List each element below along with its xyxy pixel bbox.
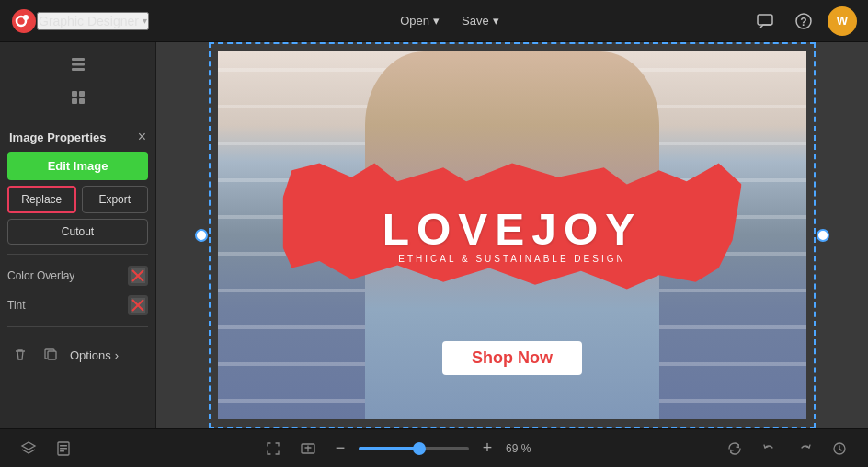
panel-divider-2 [7, 326, 148, 327]
fit-screen-button[interactable] [259, 435, 287, 462]
handle-middle-left[interactable] [195, 229, 208, 242]
canvas-area[interactable]: LOVEJOY ETHICAL & SUSTAINABLE DESIGN Sho… [156, 42, 868, 428]
sync-button[interactable] [721, 435, 748, 462]
zoom-slider[interactable] [359, 447, 469, 450]
shop-now-area[interactable]: Shop Now [442, 341, 582, 375]
panel-title: Image Properties [9, 131, 107, 144]
panel-close-button[interactable]: × [138, 130, 146, 144]
app-title-chevron: ▾ [143, 16, 147, 26]
help-button[interactable]: ? [789, 6, 818, 36]
topbar: Graphic Designer ▾ Open ▾ Save ▾ ? W [0, 0, 868, 42]
bottom-right-actions [721, 435, 853, 462]
svg-rect-8 [72, 68, 85, 71]
app-title-button[interactable]: Graphic Designer ▾ [37, 12, 149, 30]
bottom-center-zoom: − + 69 % [86, 435, 712, 462]
replace-button[interactable]: Replace [7, 186, 76, 213]
duplicate-button[interactable] [39, 342, 64, 368]
svg-rect-10 [79, 91, 85, 97]
replace-export-row: Replace Export [7, 186, 148, 213]
edit-image-button[interactable]: Edit Image [7, 152, 148, 180]
svg-rect-22 [60, 448, 67, 450]
color-overlay-row: Color Overlay [7, 264, 148, 288]
left-sidebar: Image Properties × Edit Image Replace Ex… [0, 42, 156, 428]
tint-icon[interactable] [128, 295, 148, 315]
tint-row: Tint [7, 293, 148, 317]
zoom-slider-thumb[interactable] [413, 442, 426, 455]
sidebar-layers-button[interactable] [62, 50, 95, 79]
sidebar-grid-button[interactable] [62, 83, 95, 112]
actual-size-button[interactable] [294, 435, 322, 462]
export-button[interactable]: Export [82, 186, 149, 213]
delete-button[interactable] [7, 342, 33, 368]
history-button[interactable] [826, 435, 853, 462]
open-button[interactable]: Open ▾ [391, 10, 449, 31]
color-overlay-icon[interactable] [128, 266, 148, 286]
zoom-out-button[interactable]: − [329, 438, 351, 460]
svg-text:?: ? [800, 16, 806, 28]
svg-rect-9 [72, 91, 77, 97]
topbar-right: ? W [750, 6, 857, 36]
canvas-inner: LOVEJOY ETHICAL & SUSTAINABLE DESIGN Sho… [218, 51, 806, 419]
app-logo [11, 8, 37, 34]
redo-button[interactable] [791, 435, 818, 462]
handle-middle-right[interactable] [817, 229, 829, 242]
sidebar-icons [0, 42, 155, 120]
svg-rect-12 [79, 98, 85, 104]
cutout-button[interactable]: Cutout [7, 219, 148, 245]
zoom-in-button[interactable]: + [476, 438, 498, 460]
zoom-value-label: 69 % [506, 442, 539, 455]
svg-rect-23 [60, 450, 64, 452]
comments-button[interactable] [750, 6, 780, 36]
page-panel-button[interactable] [50, 435, 77, 462]
canvas-image: LOVEJOY ETHICAL & SUSTAINABLE DESIGN Sho… [218, 51, 806, 419]
app-title-text: Graphic Designer [39, 14, 139, 28]
svg-rect-6 [72, 58, 85, 61]
brand-subtitle: ETHICAL & SUSTAINABLE DESIGN [383, 254, 643, 264]
svg-rect-21 [60, 445, 67, 447]
panel-divider-1 [7, 254, 148, 255]
zoom-slider-fill [359, 447, 419, 450]
svg-rect-11 [72, 98, 77, 104]
color-overlay-label: Color Overlay [7, 269, 74, 282]
tint-label: Tint [7, 299, 26, 312]
bottom-left-tools [15, 435, 77, 462]
brush-text-overlay: LOVEJOY ETHICAL & SUSTAINABLE DESIGN [383, 208, 643, 264]
bottombar: − + 69 % [0, 428, 868, 467]
svg-rect-7 [72, 63, 85, 66]
options-button[interactable]: Options › [70, 348, 119, 362]
image-properties-panel: Image Properties × Edit Image Replace Ex… [0, 120, 155, 428]
layers-toggle-button[interactable] [15, 435, 42, 462]
brand-title: LOVEJOY [383, 208, 643, 252]
svg-rect-19 [48, 351, 56, 359]
svg-point-2 [23, 15, 29, 20]
panel-body: Edit Image Replace Export Cutout Color O… [0, 152, 155, 371]
main-area: Image Properties × Edit Image Replace Ex… [0, 42, 868, 428]
svg-rect-3 [758, 15, 772, 25]
panel-options-row: Options › [7, 336, 148, 371]
save-button[interactable]: Save ▾ [452, 10, 508, 31]
panel-header: Image Properties × [0, 120, 155, 152]
topbar-center: Open ▾ Save ▾ [149, 10, 750, 31]
user-avatar[interactable]: W [828, 6, 857, 36]
shop-now-button[interactable]: Shop Now [442, 341, 582, 375]
undo-button[interactable] [756, 435, 783, 462]
